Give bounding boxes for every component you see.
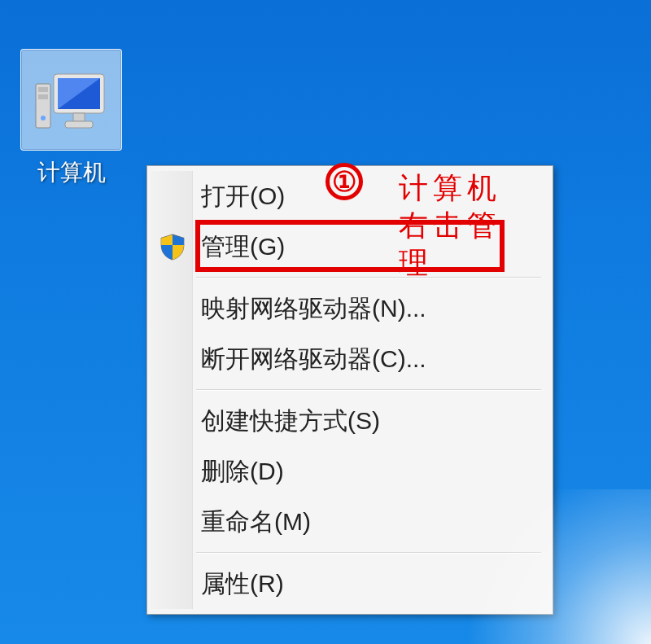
uac-shield-icon bbox=[157, 231, 188, 262]
menu-item-open[interactable]: 打开(O) bbox=[151, 171, 549, 221]
svg-rect-2 bbox=[38, 94, 48, 99]
menu-separator bbox=[196, 389, 541, 391]
computer-icon bbox=[20, 49, 122, 151]
menu-item-disconnect-network-drive[interactable]: 断开网络驱动器(C)... bbox=[151, 334, 549, 384]
menu-item-label: 映射网络驱动器(N)... bbox=[201, 292, 426, 326]
menu-item-map-network-drive[interactable]: 映射网络驱动器(N)... bbox=[151, 283, 549, 334]
svg-rect-7 bbox=[73, 113, 85, 121]
blank-icon bbox=[157, 181, 188, 212]
svg-rect-1 bbox=[38, 87, 48, 92]
desktop-icon-label: 计算机 bbox=[37, 157, 106, 188]
blank-icon bbox=[157, 568, 188, 599]
menu-item-label: 打开(O) bbox=[201, 180, 285, 213]
menu-item-label: 管理(G) bbox=[201, 230, 285, 264]
svg-rect-8 bbox=[65, 121, 93, 128]
blank-icon bbox=[157, 506, 188, 537]
blank-icon bbox=[157, 405, 188, 436]
menu-item-label: 属性(R) bbox=[201, 567, 284, 601]
menu-item-label: 删除(D) bbox=[201, 455, 284, 488]
lens-glare bbox=[439, 489, 651, 644]
svg-point-3 bbox=[41, 116, 46, 120]
menu-item-manage[interactable]: 管理(G) bbox=[151, 221, 549, 272]
menu-separator bbox=[196, 277, 541, 278]
desktop-icon-computer[interactable]: 计算机 bbox=[16, 49, 126, 188]
blank-icon bbox=[157, 293, 188, 324]
blank-icon bbox=[157, 456, 188, 487]
menu-item-label: 创建快捷方式(S) bbox=[201, 405, 380, 438]
menu-item-label: 重命名(M) bbox=[201, 506, 311, 539]
menu-item-create-shortcut[interactable]: 创建快捷方式(S) bbox=[151, 396, 549, 446]
menu-item-label: 断开网络驱动器(C)... bbox=[201, 343, 426, 376]
blank-icon bbox=[157, 344, 188, 375]
